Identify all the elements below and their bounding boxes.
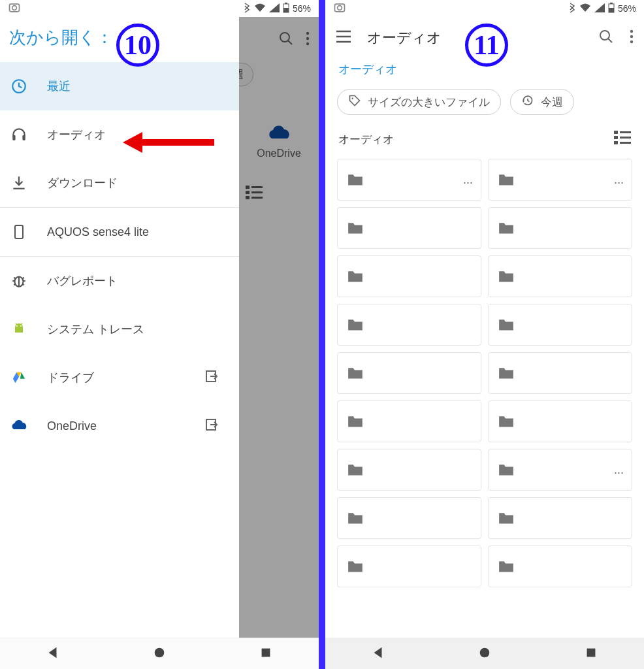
folder-icon bbox=[347, 221, 364, 235]
camera-notch-icon bbox=[333, 1, 346, 16]
folder-cell[interactable] bbox=[488, 207, 632, 249]
svg-line-29 bbox=[14, 284, 15, 285]
drawer-item-onedrive[interactable]: OneDrive bbox=[0, 402, 239, 450]
drawer-item-device[interactable]: AQUOS sense4 lite bbox=[0, 208, 239, 256]
folder-icon bbox=[347, 559, 364, 574]
svg-marker-37 bbox=[20, 372, 25, 379]
folder-icon bbox=[347, 269, 364, 284]
folder-cell[interactable] bbox=[337, 449, 481, 491]
download-icon bbox=[9, 173, 29, 193]
folder-cell[interactable] bbox=[337, 304, 481, 346]
folder-icon bbox=[347, 366, 364, 380]
drawer-item-recent[interactable]: 最近 bbox=[0, 62, 239, 110]
nav-home-button[interactable] bbox=[477, 645, 492, 662]
more-icon[interactable]: ... bbox=[463, 173, 473, 187]
more-icon[interactable] bbox=[630, 29, 634, 46]
folder-cell[interactable] bbox=[337, 497, 481, 539]
drawer-item-label: ドライブ bbox=[47, 370, 94, 385]
menu-icon[interactable] bbox=[336, 30, 351, 46]
folder-icon bbox=[498, 318, 515, 332]
bluetooth-icon bbox=[243, 3, 251, 15]
svg-point-56 bbox=[630, 35, 633, 38]
folder-grid: ......... bbox=[337, 159, 632, 587]
svg-rect-5 bbox=[283, 8, 289, 12]
folder-icon bbox=[347, 318, 364, 332]
folder-cell[interactable] bbox=[488, 546, 632, 587]
drawer-item-download[interactable]: ダウンロード bbox=[0, 159, 239, 207]
svg-rect-22 bbox=[15, 225, 23, 238]
folder-icon bbox=[347, 463, 364, 477]
svg-rect-19 bbox=[12, 135, 15, 140]
drawer-item-systrace[interactable]: システム トレース bbox=[0, 305, 239, 353]
onedrive-icon bbox=[9, 416, 29, 436]
list-view-icon[interactable] bbox=[614, 131, 631, 148]
nav-back-button[interactable] bbox=[46, 645, 60, 662]
folder-icon bbox=[498, 269, 515, 284]
folder-icon bbox=[498, 366, 515, 380]
svg-line-30 bbox=[22, 284, 24, 285]
folder-icon bbox=[498, 221, 515, 235]
chip-this-week[interactable]: 今週 bbox=[510, 89, 574, 115]
camera-notch-icon bbox=[8, 1, 21, 16]
svg-point-32 bbox=[20, 325, 22, 327]
folder-cell[interactable] bbox=[337, 255, 481, 297]
nav-recent-button[interactable] bbox=[259, 645, 273, 662]
wifi-icon bbox=[579, 3, 591, 14]
bug-icon bbox=[9, 271, 29, 291]
section-title: オーディオ bbox=[338, 132, 394, 147]
folder-cell[interactable] bbox=[488, 400, 632, 442]
export-icon[interactable] bbox=[204, 417, 219, 436]
folder-cell[interactable] bbox=[488, 304, 632, 346]
folder-cell[interactable] bbox=[337, 546, 481, 587]
folder-cell[interactable] bbox=[337, 400, 481, 442]
search-icon[interactable] bbox=[598, 29, 614, 47]
svg-marker-42 bbox=[49, 647, 57, 658]
folder-cell[interactable]: ... bbox=[488, 449, 632, 491]
folder-cell[interactable] bbox=[488, 352, 632, 394]
nav-back-button[interactable] bbox=[371, 645, 385, 662]
phone-left: 56% 今週 OneDrive 次か bbox=[0, 0, 319, 669]
nav-home-button[interactable] bbox=[152, 645, 167, 662]
drawer-item-label: 最近 bbox=[47, 78, 71, 94]
folder-icon bbox=[347, 172, 364, 187]
svg-rect-6 bbox=[285, 3, 287, 4]
more-icon[interactable]: ... bbox=[614, 173, 624, 187]
export-icon[interactable] bbox=[204, 368, 219, 387]
folder-cell[interactable] bbox=[488, 497, 632, 539]
svg-point-67 bbox=[480, 647, 490, 657]
chip-label: サイズの大きいファイル bbox=[368, 95, 490, 110]
system-nav-bar bbox=[325, 638, 644, 669]
folder-icon bbox=[498, 172, 515, 187]
svg-rect-63 bbox=[620, 137, 631, 139]
signal-icon bbox=[594, 3, 605, 14]
drawer-item-drive[interactable]: ドライブ bbox=[0, 353, 239, 402]
drawer-item-label: バグレポート bbox=[47, 273, 118, 289]
nav-recent-button[interactable] bbox=[584, 645, 598, 662]
folder-cell[interactable]: ... bbox=[488, 159, 632, 201]
more-icon[interactable]: ... bbox=[614, 463, 624, 477]
battery-text: 56% bbox=[618, 3, 636, 14]
svg-rect-21 bbox=[13, 188, 24, 189]
svg-point-53 bbox=[600, 31, 609, 40]
svg-point-43 bbox=[155, 647, 165, 657]
svg-marker-66 bbox=[374, 647, 382, 658]
bluetooth-icon bbox=[568, 3, 576, 15]
svg-rect-62 bbox=[614, 136, 618, 139]
chip-large-files[interactable]: サイズの大きいファイル bbox=[337, 89, 501, 115]
battery-text: 56% bbox=[293, 3, 311, 14]
folder-icon bbox=[498, 414, 515, 429]
folder-cell[interactable] bbox=[337, 352, 481, 394]
headphones-icon bbox=[9, 125, 29, 144]
folder-cell[interactable] bbox=[337, 207, 481, 249]
step-badge-11: 11 bbox=[465, 24, 508, 67]
section-header: オーディオ bbox=[325, 127, 644, 159]
svg-rect-60 bbox=[614, 131, 618, 134]
drawer-item-bugreport[interactable]: バグレポート bbox=[0, 257, 239, 305]
svg-line-27 bbox=[14, 278, 15, 279]
folder-cell[interactable] bbox=[488, 255, 632, 297]
svg-rect-64 bbox=[614, 141, 618, 144]
folder-icon bbox=[498, 511, 515, 525]
svg-line-28 bbox=[22, 278, 24, 279]
folder-cell[interactable]: ... bbox=[337, 159, 481, 201]
folder-icon bbox=[347, 511, 364, 525]
